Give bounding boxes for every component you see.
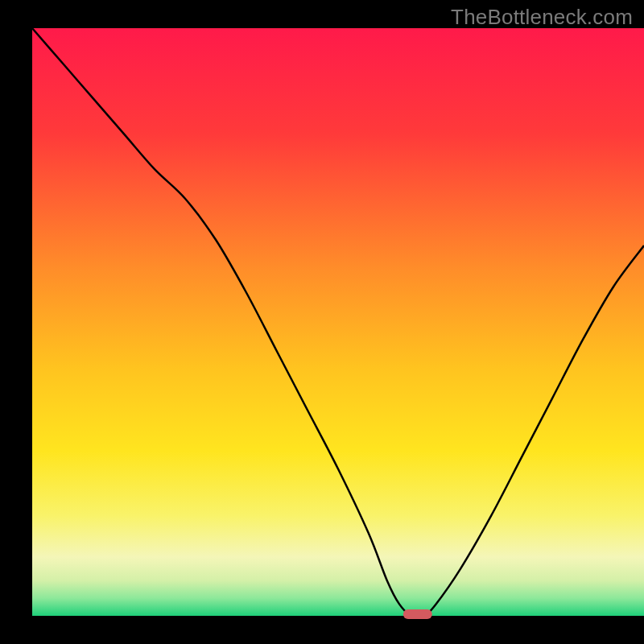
optimal-marker <box>403 609 432 619</box>
bottleneck-chart <box>0 0 644 644</box>
watermark-text: TheBottleneck.com <box>451 5 633 30</box>
chart-frame: TheBottleneck.com <box>0 0 644 644</box>
gradient-background <box>32 28 644 616</box>
